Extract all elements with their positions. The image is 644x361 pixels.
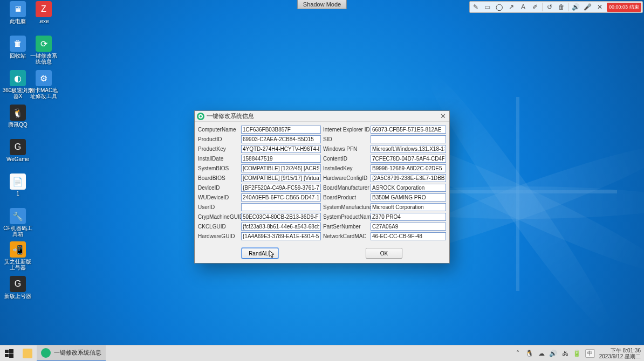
windows-pfn-input[interactable] [371,145,446,153]
system-tray: ˄ 🐧 ☁ 🔊 🖧 🔋 中 下午 8:01:36 2023/9/12 星期二 [514,348,644,359]
field-row: HardwareConfigID [323,173,446,182]
field-label: BoardProduct [323,195,371,200]
field-label: WUDeviceID [198,195,241,200]
networkcardmac-input[interactable] [371,232,446,240]
tray-volume-icon[interactable]: 🔊 [550,350,557,357]
field-row: SystemBIOS [198,164,321,172]
folder-icon [23,349,32,358]
tray-onedrive-icon[interactable]: ☁ [538,350,545,357]
tray-qq-icon[interactable]: 🐧 [526,350,533,357]
field-row: CKCLGUID [198,222,321,231]
timer-label: 结束 [629,4,639,11]
installdate-input[interactable] [241,155,321,163]
WeGame-icon: G [10,139,26,155]
field-row: Internet Explorer ID [323,125,446,134]
userid-input[interactable] [241,203,321,211]
field-label: Internet Explorer ID [323,127,371,133]
hardwareconfigid-input[interactable] [371,174,446,182]
wudeviceid-input[interactable] [241,193,321,202]
desktop-icon[interactable]: 📲艾之仕新版上号器 [2,241,33,270]
field-row: ComputerName [198,125,321,134]
systemmanufacturer-input[interactable] [371,203,446,211]
tray-chevron-icon[interactable]: ˄ [514,350,522,357]
productid-input[interactable] [241,135,321,143]
field-row: SystemManufacturer [323,203,446,211]
computername-input[interactable] [241,126,321,134]
ckclguid-input[interactable] [241,223,321,231]
field-row: HardwareGUID [198,232,321,240]
trash-icon[interactable]: 🗑 [557,2,566,12]
partsernumber-input[interactable] [371,223,446,231]
boardproduct-input[interactable] [371,193,446,202]
field-row: DeviceID [198,183,321,192]
field-row: WUDeviceID [198,193,321,202]
desktop-icon[interactable]: 🔧CF机器码工具箱 [2,208,33,237]
crypmachineguid-input[interactable] [241,213,321,221]
clock-time: 下午 8:01:36 [599,348,641,353]
taskbar-clock[interactable]: 下午 8:01:36 2023/9/12 星期二 [599,348,641,359]
text-icon[interactable]: A [518,2,528,12]
shadow-mode-badge[interactable]: Shadow Mode [297,0,347,9]
system-info-window: 一键修改系统信息 ✕ ComputerNameProductIDProductK… [194,110,450,263]
ok-button[interactable]: OK [366,248,402,259]
start-button[interactable] [0,345,18,362]
tray-network-icon[interactable]: 🖧 [561,350,569,357]
mic-icon[interactable]: 🎤 [583,2,593,12]
brush-icon[interactable]: ✐ [530,2,540,12]
field-row: ContentID [323,154,446,163]
boardmanufacturer-input[interactable] [371,184,446,192]
close-icon[interactable]: ✕ [595,2,605,12]
rand-all-label: RandALL [249,251,271,256]
circle-icon[interactable]: ◯ [495,2,504,12]
ime-indicator[interactable]: 中 [585,349,595,358]
desktop-icon-label: 网卡MAC地址修改工具 [28,87,59,99]
window-close-button[interactable]: ✕ [439,112,447,121]
field-label: BoardBIOS [198,175,241,181]
tray-battery-icon[interactable]: 🔋 [573,350,581,357]
task-file-explorer[interactable] [18,345,37,362]
recorder-timer[interactable]: 00:00:03 结束 [607,3,641,12]
desktop-icon[interactable]: Z.exe [28,1,59,24]
hardwareguid-input[interactable] [241,232,321,240]
desktop-icon-label: 腾讯QQ [2,122,33,128]
internet-explorer-id-input[interactable] [371,126,446,134]
productkey-input[interactable] [241,145,321,153]
rand-all-button[interactable]: RandALL [242,248,278,259]
task-label: 一键修改系统信息 [54,349,101,357]
task-system-info-app[interactable]: 一键修改系统信息 [37,345,106,362]
deviceid-input[interactable] [241,184,321,192]
systembios-input[interactable] [241,164,321,172]
desktop-icon[interactable]: G新版上号器 [2,276,33,299]
sid-input[interactable] [371,135,446,143]
systemproductname-input[interactable] [371,213,446,221]
taskbar: 一键修改系统信息 ˄ 🐧 ☁ 🔊 🖧 🔋 中 下午 8:01:36 2023/9… [0,345,644,361]
right-column: Internet Explorer IDSIDWindows PFNConten… [323,125,446,241]
field-row: CrypMachineGUID [198,212,321,221]
desktop-icon[interactable]: ⚙网卡MAC地址修改工具 [28,70,59,99]
desktop-icon[interactable]: 🐧腾讯QQ [2,105,33,128]
desktop-icon[interactable]: 📄1 [2,173,33,197]
svg-rect-1 [9,349,13,353]
desktop-icon[interactable]: GWeGame [2,139,33,162]
pencil-icon[interactable]: ✎ [471,2,481,12]
window-footer: RandALL OK [195,246,449,263]
contentid-input[interactable] [371,155,446,163]
field-label: HardwareConfigID [323,175,371,181]
rectangle-icon[interactable]: ▭ [483,2,492,12]
titlebar[interactable]: 一键修改系统信息 ✕ [195,111,449,122]
360极速浏览器X-icon: ◐ [10,70,26,86]
field-label: BoardManufacturer [323,185,371,191]
left-column: ComputerNameProductIDProductKeyInstallDa… [198,125,321,241]
desktop-icon[interactable]: ⟳一键修改系统信息 [28,36,59,65]
arrow-icon[interactable]: ↗ [506,2,516,12]
field-row: BoardManufacturer [323,183,446,192]
installedkey-input[interactable] [371,164,446,172]
boardbios-input[interactable] [241,174,321,182]
field-label: SystemBIOS [198,165,241,171]
field-row: UserID [198,203,321,211]
回收站-icon: 🗑 [10,36,26,52]
field-label: HardwareGUID [198,233,241,239]
field-row: InstallDate [198,154,321,163]
undo-icon[interactable]: ↺ [545,2,554,12]
sound-icon[interactable]: 🔊 [571,2,581,12]
